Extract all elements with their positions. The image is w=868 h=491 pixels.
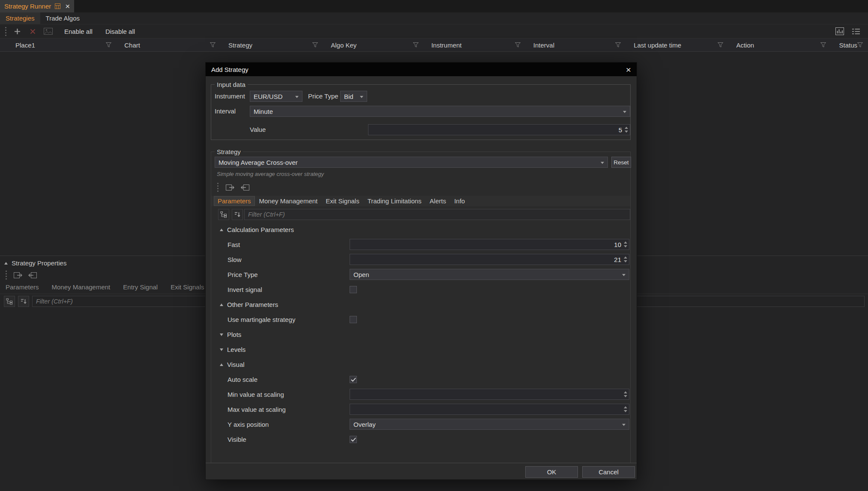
min-scaling-stepper[interactable] — [350, 389, 629, 400]
y-axis-position-dropdown[interactable]: Overlay — [350, 419, 629, 430]
column-header-last-update-time[interactable]: Last update time — [626, 39, 728, 51]
filter-funnel-icon[interactable] — [106, 42, 111, 48]
tree-view-button[interactable] — [4, 296, 15, 307]
tab-info[interactable]: Info — [451, 196, 468, 205]
tab-strategies[interactable]: Strategies — [0, 12, 40, 24]
spinner-icons[interactable] — [624, 256, 627, 262]
martingale-checkbox[interactable] — [350, 316, 357, 323]
section-visual[interactable]: Visual — [215, 357, 629, 372]
spinner-icons[interactable] — [625, 127, 628, 133]
max-scaling-stepper[interactable] — [350, 404, 629, 415]
tab-trading-limitations[interactable]: Trading Limitations — [364, 196, 425, 205]
param-row-max-scaling: Max value at scaling — [215, 402, 629, 417]
undock-panel-icon[interactable] — [240, 183, 250, 192]
fast-stepper[interactable] — [350, 239, 629, 250]
filter-funnel-icon[interactable] — [857, 42, 863, 48]
column-header-strategy[interactable]: Strategy — [221, 39, 323, 51]
filter-funnel-icon[interactable] — [820, 42, 826, 48]
section-other-parameters[interactable]: Other Parameters — [215, 297, 629, 312]
value-input[interactable] — [368, 125, 630, 135]
spinner-icons[interactable] — [624, 391, 627, 397]
invert-signal-checkbox[interactable] — [350, 286, 357, 293]
sort-icon — [234, 211, 241, 218]
filter-funnel-icon[interactable] — [413, 42, 419, 48]
toolbar-grip-icon[interactable] — [4, 27, 8, 36]
sort-button[interactable] — [18, 296, 29, 307]
props-tab-parameters[interactable]: Parameters — [6, 283, 39, 291]
tab-parameters[interactable]: Parameters — [214, 196, 254, 205]
visible-checkbox[interactable] — [350, 436, 357, 443]
filter-funnel-icon[interactable] — [615, 42, 621, 48]
tab-trade-algos[interactable]: Trade Algos — [40, 12, 86, 24]
parameters-filter-input[interactable] — [244, 209, 630, 220]
chevron-down-icon — [622, 274, 626, 276]
column-header-chart[interactable]: Chart — [117, 39, 221, 51]
toolbar-grip-icon[interactable] — [4, 271, 8, 280]
value-stepper[interactable] — [368, 124, 630, 135]
section-levels[interactable]: Levels — [215, 342, 629, 357]
expand-icon — [220, 348, 223, 351]
strategy-dropdown[interactable]: Moving Average Cross-over — [215, 157, 608, 168]
param-label: Min value at scaling — [227, 391, 284, 398]
props-tab-entry-signal[interactable]: Entry Signal — [123, 283, 158, 291]
column-header-place1[interactable]: Place1 — [0, 39, 117, 51]
filter-funnel-icon[interactable] — [312, 42, 318, 48]
price-type-param-dropdown[interactable]: Open — [350, 269, 629, 280]
auto-scale-checkbox[interactable] — [350, 376, 357, 383]
slow-input[interactable] — [350, 254, 629, 265]
column-chart-icon[interactable] — [835, 27, 844, 35]
filter-funnel-icon[interactable] — [718, 42, 723, 48]
price-type-dropdown[interactable]: Bid — [340, 91, 367, 102]
spinner-icons[interactable] — [624, 406, 627, 412]
props-tab-exit-signals[interactable]: Exit Signals — [171, 283, 204, 291]
tab-money-management[interactable]: Money Management — [256, 196, 321, 205]
price-type-param-value: Open — [353, 271, 369, 278]
section-calculation-parameters[interactable]: Calculation Parameters — [215, 222, 629, 237]
param-label: Auto scale — [227, 376, 257, 383]
dialog-title-bar[interactable]: Add Strategy × — [206, 62, 637, 76]
props-tab-money-management[interactable]: Money Management — [52, 283, 111, 291]
column-header-instrument[interactable]: Instrument — [424, 39, 526, 51]
delete-strategy-button[interactable] — [27, 26, 39, 37]
window-tab-strategy-runner[interactable]: Strategy Runner × — [0, 0, 74, 12]
disable-all-button[interactable]: Disable all — [105, 28, 135, 35]
column-header-interval[interactable]: Interval — [526, 39, 626, 51]
section-title: Calculation Parameters — [227, 226, 294, 233]
tab-alerts[interactable]: Alerts — [426, 196, 449, 205]
filter-funnel-icon[interactable] — [210, 42, 216, 48]
param-row-min-scaling: Min value at scaling — [215, 387, 629, 402]
dialog-close-icon[interactable]: × — [626, 65, 631, 74]
toolbar-grip-icon[interactable] — [216, 183, 220, 192]
undock-panel-icon[interactable] — [28, 271, 37, 280]
ok-button[interactable]: OK — [525, 466, 578, 478]
spinner-icons[interactable] — [624, 241, 627, 247]
strategy-properties-header[interactable]: Strategy Properties — [4, 259, 66, 267]
chevron-down-icon — [623, 111, 626, 113]
column-header-algo-key[interactable]: Algo Key — [323, 39, 423, 51]
app-window: Strategy Runner × Strategies Trade Algos — [0, 0, 868, 491]
list-view-icon[interactable] — [852, 28, 860, 35]
min-scaling-input[interactable] — [350, 389, 629, 399]
column-header-status[interactable]: Status — [831, 39, 868, 51]
instrument-dropdown[interactable]: EUR/USD — [250, 91, 302, 102]
enable-all-button[interactable]: Enable all — [64, 28, 93, 35]
screenshot-button[interactable] — [42, 26, 54, 37]
reset-button[interactable]: Reset — [611, 157, 631, 168]
window-close-icon[interactable]: × — [65, 2, 70, 10]
fast-input[interactable] — [350, 239, 629, 250]
max-scaling-input[interactable] — [350, 404, 629, 414]
dock-panel-icon[interactable] — [225, 183, 235, 192]
dock-panel-icon[interactable] — [13, 271, 23, 280]
section-plots[interactable]: Plots — [215, 327, 629, 342]
sort-button[interactable] — [232, 209, 243, 220]
parameters-filter-row — [211, 209, 630, 220]
cancel-button[interactable]: Cancel — [582, 466, 635, 478]
interval-dropdown[interactable]: Minute — [250, 106, 630, 117]
filter-funnel-icon[interactable] — [515, 42, 521, 48]
column-header-action[interactable]: Action — [728, 39, 831, 51]
tab-exit-signals[interactable]: Exit Signals — [322, 196, 362, 205]
tree-view-button[interactable] — [218, 209, 229, 220]
slow-stepper[interactable] — [350, 254, 629, 265]
add-strategy-button[interactable] — [11, 26, 23, 37]
collapse-icon — [220, 229, 223, 231]
